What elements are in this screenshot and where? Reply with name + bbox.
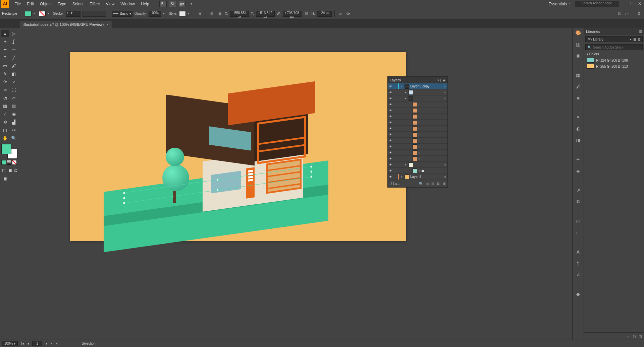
color-panel-icon[interactable]: 🎨: [575, 29, 582, 36]
y-input[interactable]: ⁞ 513.542 px: [256, 11, 275, 17]
visibility-icon[interactable]: 👁: [388, 151, 393, 154]
library-search-input[interactable]: 🔍Search Adobe Stock: [585, 44, 643, 50]
visibility-icon[interactable]: 👁: [388, 133, 393, 136]
corner-icon[interactable]: ⊡: [616, 11, 622, 17]
visibility-icon[interactable]: 👁: [388, 127, 393, 130]
visibility-icon[interactable]: 👁: [388, 175, 393, 179]
window-minimize-icon[interactable]: —: [621, 2, 627, 6]
library-swatch[interactable]: [587, 58, 594, 63]
color-guide-panel-icon[interactable]: ▥: [575, 41, 582, 48]
draw-mode-inside[interactable]: ◘: [14, 166, 18, 174]
paintbrush-tool[interactable]: 🖌: [10, 62, 18, 69]
document-tab[interactable]: illustratorhouse.ai* @ 100% (RGB/GPU Pre…: [20, 21, 112, 28]
target-icon[interactable]: ○: [443, 163, 447, 166]
opacity-input[interactable]: 100%: [149, 11, 161, 17]
shape-builder-tool[interactable]: ◔: [1, 94, 9, 101]
shape-props-icon[interactable]: ⧈: [337, 11, 343, 17]
artboard-number-input[interactable]: 1: [32, 341, 42, 346]
width-tool[interactable]: ≋: [1, 86, 9, 93]
fill-swatch[interactable]: [25, 11, 32, 16]
layer-name[interactable]: ○: [418, 145, 447, 148]
hand-tool[interactable]: ✋: [1, 134, 9, 142]
search-stock-input[interactable]: Search Adobe Stock: [575, 1, 619, 7]
delete-layer-icon[interactable]: 🗑: [443, 182, 446, 186]
target-icon[interactable]: ○: [443, 90, 447, 94]
color-mode-icon[interactable]: [1, 160, 6, 165]
target-icon[interactable]: ○: [418, 157, 420, 160]
visibility-icon[interactable]: 👁: [388, 97, 393, 100]
layers-panel-icon[interactable]: ◆: [575, 291, 582, 297]
style-dd-icon[interactable]: ▾: [188, 12, 191, 15]
layer-row[interactable]: 👁○: [388, 150, 447, 156]
lasso-tool[interactable]: ʆ: [10, 38, 18, 45]
character-panel-icon[interactable]: A: [575, 249, 582, 255]
target-icon[interactable]: ○: [418, 127, 420, 130]
draw-mode-behind[interactable]: ◼: [7, 166, 13, 174]
twist-icon[interactable]: ▸: [400, 175, 404, 178]
curvature-tool[interactable]: 〰: [10, 46, 18, 53]
canvas[interactable]: Layers » | ≣ 👁▾Layer 6 copy○👁▸○👁▸○👁○👁○👁○…: [19, 28, 572, 340]
new-layer-icon[interactable]: 🗎: [437, 182, 440, 186]
align-icon[interactable]: ⊞: [209, 11, 215, 17]
locate-icon[interactable]: 🔍: [419, 182, 423, 186]
paragraph-panel-icon[interactable]: ¶: [575, 260, 582, 267]
target-icon[interactable]: ○: [418, 133, 420, 136]
menu-select[interactable]: Select: [69, 2, 87, 6]
lib-link-icon[interactable]: ⛓: [633, 334, 636, 338]
nav-prev-icon[interactable]: ◂: [27, 342, 29, 345]
layer-name[interactable]: ○: [418, 157, 447, 160]
vsp-dropdown[interactable]: [83, 11, 106, 17]
layer-row[interactable]: 👁▸○: [388, 162, 447, 168]
brush-def-dropdown[interactable]: Basic▾: [112, 11, 132, 17]
visibility-icon[interactable]: 👁: [388, 121, 393, 124]
artboards-panel-icon[interactable]: ▭: [575, 218, 582, 224]
twist-icon[interactable]: ▸: [404, 91, 408, 94]
x-input[interactable]: ⁞ 558.854 px: [230, 11, 249, 17]
library-swatch-row[interactable]: R=255 G=200 B=113: [584, 63, 644, 69]
panel-menu-icon[interactable]: ≣: [443, 78, 445, 82]
layer-row[interactable]: 👁○ ◼: [388, 168, 447, 174]
layer-name[interactable]: Layer 6 copy: [410, 84, 443, 88]
layer-row[interactable]: 👁○: [388, 132, 447, 138]
transparency-panel-icon[interactable]: ◨: [575, 137, 582, 143]
target-icon[interactable]: ○: [418, 145, 420, 148]
menu-type[interactable]: Type: [55, 2, 69, 6]
layer-row[interactable]: 👁▸○: [388, 95, 447, 101]
new-sublayer-icon[interactable]: ⊞: [431, 182, 434, 186]
arrange-docs-icon[interactable]: ▦▾: [178, 1, 185, 7]
nav-artboard-dd-icon[interactable]: ▾: [46, 342, 47, 345]
line-tool[interactable]: ╱: [10, 54, 18, 61]
target-icon[interactable]: ○: [443, 84, 447, 88]
shaper-tool[interactable]: ✎: [1, 70, 9, 77]
layer-row[interactable]: 👁○: [388, 138, 447, 144]
visibility-icon[interactable]: 👁: [388, 145, 393, 148]
colors-section-header[interactable]: ▾ Colors: [584, 51, 644, 57]
target-icon[interactable]: ○: [443, 96, 447, 100]
appearance-panel-icon[interactable]: ☀: [575, 156, 582, 163]
draw-mode-normal[interactable]: ◻: [1, 166, 7, 174]
artboard-tool[interactable]: ▢: [1, 126, 9, 134]
asset-export-panel-icon[interactable]: ⧉: [575, 198, 582, 205]
transform-panel-icon[interactable]: ↕↔: [624, 11, 630, 17]
layer-row[interactable]: 👁▸Layer 5○: [388, 174, 447, 180]
menu-edit[interactable]: Edit: [24, 2, 37, 6]
stroke-swatch[interactable]: [39, 11, 46, 16]
stroke-dd-icon[interactable]: ▾: [48, 12, 51, 15]
none-mode-icon[interactable]: [12, 160, 17, 165]
scale-tool[interactable]: ⤢: [10, 78, 18, 85]
twist-icon[interactable]: ▸: [404, 97, 408, 100]
target-icon[interactable]: ○: [418, 121, 420, 124]
layer-row[interactable]: 👁○: [388, 120, 447, 126]
layer-row[interactable]: 👁○: [388, 114, 447, 120]
free-transform-tool[interactable]: ⛶: [10, 86, 18, 93]
nav-next-icon[interactable]: ▸: [51, 342, 52, 345]
rectangle-tool[interactable]: ▭: [1, 62, 9, 69]
target-icon[interactable]: ○: [418, 151, 420, 154]
selection-tool[interactable]: ▲: [1, 30, 9, 37]
layer-row[interactable]: 👁○: [388, 126, 447, 132]
menu-effect[interactable]: Effect: [87, 2, 103, 6]
perspective-tool[interactable]: ▱: [10, 94, 18, 101]
visibility-icon[interactable]: 👁: [388, 157, 393, 160]
stroke-weight-input[interactable]: ⁞ ▾: [66, 11, 80, 17]
library-dropdown[interactable]: My Library▾ ▦≣: [585, 36, 643, 42]
